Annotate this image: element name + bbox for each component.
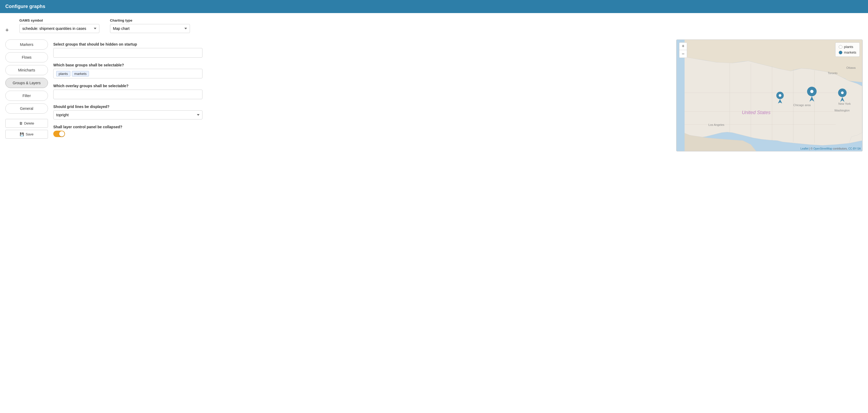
map-area: United States Los Angeles Chicago area N… <box>676 39 863 151</box>
plants-legend-dot <box>839 45 842 49</box>
hidden-groups-row: Select groups that should be hidden on s… <box>53 42 671 58</box>
gams-symbol-label: GAMS symbol <box>20 19 99 22</box>
sidebar: Markers Flows Minicharts Groups & Layers… <box>5 39 48 151</box>
map-legend: plants markets <box>835 42 860 57</box>
map-controls: + − <box>679 42 687 58</box>
sidebar-item-markers[interactable]: Markers <box>5 39 48 50</box>
leaflet-link[interactable]: Leaflet <box>801 147 809 150</box>
svg-text:Toronto: Toronto <box>828 71 837 75</box>
page-title: Configure graphs <box>5 4 45 9</box>
hidden-groups-input[interactable] <box>53 48 203 58</box>
plants-legend-label: plants <box>844 45 854 49</box>
layer-control-toggle[interactable] <box>53 131 65 137</box>
settings-panel: Select groups that should be hidden on s… <box>53 39 671 151</box>
tag-markets: markets <box>72 71 89 77</box>
map-container: United States Los Angeles Chicago area N… <box>677 40 862 151</box>
map-attribution: Leaflet | © OpenStreetMap contributors, … <box>801 147 861 150</box>
add-button[interactable]: + <box>5 27 9 33</box>
save-button[interactable]: 💾 Save <box>5 130 48 139</box>
hidden-groups-label: Select groups that should be hidden on s… <box>53 42 671 47</box>
overlay-groups-input[interactable] <box>53 90 203 99</box>
sidebar-item-general[interactable]: General <box>5 104 48 114</box>
sidebar-item-filter[interactable]: Filter <box>5 91 48 101</box>
base-groups-label: Which base groups shall be selectable? <box>53 63 671 67</box>
trash-icon: 🗑 <box>19 121 23 125</box>
svg-text:Los Angeles: Los Angeles <box>708 123 724 126</box>
zoom-out-button[interactable]: − <box>679 50 687 58</box>
svg-point-27 <box>841 91 844 94</box>
map-svg: United States Los Angeles Chicago area N… <box>677 40 862 151</box>
grid-lines-select[interactable]: topright topleft bottomright bottomleft … <box>53 110 203 119</box>
markets-legend-dot <box>839 51 842 54</box>
charting-type-select[interactable]: Map chart Bar chart Line chart Scatter c… <box>110 24 190 33</box>
top-controls: + GAMS symbol schedule: shipment quantit… <box>5 19 863 33</box>
gams-symbol-group: GAMS symbol schedule: shipment quantitie… <box>20 19 99 33</box>
main-content: + GAMS symbol schedule: shipment quantit… <box>0 13 868 157</box>
base-groups-input[interactable]: plants markets <box>53 69 203 79</box>
svg-text:Ottawa: Ottawa <box>846 66 856 69</box>
legend-markets: markets <box>839 50 856 54</box>
svg-text:Washington: Washington <box>834 109 849 112</box>
cc-link[interactable]: CC-BY-SA <box>848 147 861 150</box>
layer-control-label: Shall layer control panel be collapsed? <box>53 125 671 129</box>
layer-control-toggle-wrapper <box>53 131 671 137</box>
zoom-in-button[interactable]: + <box>679 43 687 50</box>
svg-point-25 <box>810 90 813 93</box>
charting-type-label: Charting type <box>110 19 190 22</box>
overlay-groups-row: Which overlay groups shall be selectable… <box>53 84 671 99</box>
page-header: Configure graphs <box>0 0 868 13</box>
markets-legend-label: markets <box>844 50 856 54</box>
sidebar-item-groups-layers[interactable]: Groups & Layers <box>5 78 48 88</box>
svg-text:United States: United States <box>742 110 771 115</box>
sidebar-item-flows[interactable]: Flows <box>5 52 48 62</box>
grid-lines-row: Should grid lines be displayed? topright… <box>53 105 671 119</box>
gams-symbol-select[interactable]: schedule: shipment quantities in cases <box>20 24 99 33</box>
base-groups-row: Which base groups shall be selectable? p… <box>53 63 671 79</box>
layer-control-row: Shall layer control panel be collapsed? <box>53 125 671 137</box>
tag-plants: plants <box>56 71 70 77</box>
sidebar-actions: 🗑 Delete 💾 Save <box>5 119 48 139</box>
grid-lines-label: Should grid lines be displayed? <box>53 105 671 109</box>
charting-type-group: Charting type Map chart Bar chart Line c… <box>110 19 190 33</box>
overlay-groups-label: Which overlay groups shall be selectable… <box>53 84 671 88</box>
delete-button[interactable]: 🗑 Delete <box>5 119 48 128</box>
svg-point-23 <box>779 94 781 97</box>
osm-link[interactable]: OpenStreetMap <box>813 147 832 150</box>
save-icon: 💾 <box>20 132 24 136</box>
svg-text:Chicago area: Chicago area <box>794 104 811 107</box>
sidebar-item-minicharts[interactable]: Minicharts <box>5 65 48 75</box>
svg-text:New York: New York <box>838 102 851 105</box>
legend-plants: plants <box>839 45 856 49</box>
content-area: Markers Flows Minicharts Groups & Layers… <box>5 39 863 151</box>
